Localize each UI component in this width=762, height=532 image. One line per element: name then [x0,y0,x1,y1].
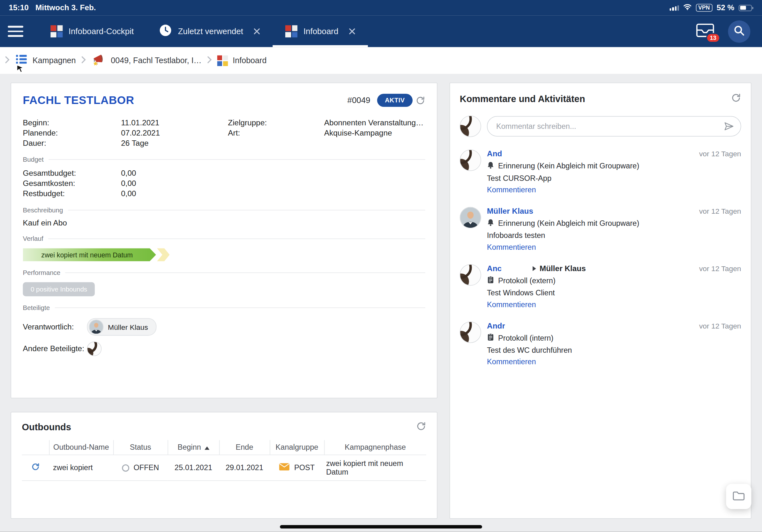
ipad-screen: 15:10 Mittwoch 3. Feb. VPN 52 % Infoboar… [0,0,762,532]
field-label: Beginn: [23,118,121,128]
column-header[interactable]: Ende [219,440,269,455]
triangle-right-icon [533,266,536,271]
breadcrumb-item-campaign[interactable]: 0049, Fachl Testlabor, I… [91,52,201,69]
tab-infoboard-cockpit[interactable]: Infoboard-Cockpit [38,16,146,47]
activity-feed: And vor 12 Tagen Erinnerung (Kein Abglei… [460,150,741,366]
phase-fragment [157,248,170,261]
app-navbar: Infoboard-Cockpit Zuletzt verwendet Info… [0,16,762,47]
outbound-phase-cell: zwei kopiert mit neuem Datum [324,455,426,481]
refresh-icon[interactable] [416,421,426,433]
section-performance: Performance [23,269,425,277]
breadcrumb-label: 0049, Fachl Testlabor, I… [111,56,202,65]
folder-icon [732,490,745,503]
notifications-button[interactable]: 13 [696,23,715,39]
author-link[interactable]: Andr [487,321,505,330]
app-logo-icon [286,25,298,37]
field-label: Zielgruppe: [228,118,324,128]
kommentieren-link[interactable]: Kommentieren [487,300,536,309]
outbounds-table: Outbound-Name Status Beginn Ende Kanalgr… [22,440,426,481]
field-label: Gesamtbudget: [23,168,121,178]
table-row[interactable]: zwei kopiert OFFEN 25.01.2021 29.01.2021 [22,455,426,481]
activity-text: Infoboards testen [487,231,741,240]
avatar[interactable] [87,342,102,356]
clock-time: 15:10 [9,4,29,12]
comments-title: Kommentare und Aktivitäten [460,94,585,104]
activity-type: Erinnerung (Kein Abgleich mit Groupware) [498,219,639,228]
avatar [460,115,481,137]
activity-text: Test des WC durchführen [487,346,741,354]
kommentieren-link[interactable]: Kommentieren [487,243,536,252]
activity-item: Müller Klaus vor 12 Tagen Erinnerung (Ke… [460,207,741,252]
close-tab-icon[interactable] [349,28,355,34]
field-label: Planende: [23,128,121,138]
column-header[interactable]: Outbound-Name [49,440,113,455]
kommentieren-link[interactable]: Kommentieren [487,358,536,366]
tab-bar: Infoboard-Cockpit Zuletzt verwendet Info… [38,16,368,47]
avatar [89,320,104,334]
author-link[interactable]: Müller Klaus [487,207,533,216]
chevron-right-icon [81,55,86,65]
kommentieren-link[interactable]: Kommentieren [487,186,536,194]
breadcrumb-label: Infoboard [233,56,267,65]
home-indicator[interactable] [280,525,482,528]
tab-infoboard[interactable]: Infoboard [273,16,368,47]
status-bar: 15:10 Mittwoch 3. Feb. VPN 52 % [0,0,762,16]
cellular-signal-icon [670,5,679,11]
main-content: FACHL TESTLABOR #0049 AKTIV Beginn: 11.0… [0,74,762,532]
refresh-icon[interactable] [416,96,425,105]
activity-text: Test Windows Client [487,289,741,297]
column-header-icon[interactable] [22,440,49,455]
field-value: 0,00 [121,188,425,199]
field-value: 11.01.2021 [121,118,228,128]
close-tab-icon[interactable] [254,28,261,34]
outbounds-title: Outbounds [22,422,71,433]
send-icon[interactable] [724,121,734,134]
campaign-fields: Beginn: 11.01.2021 Zielgruppe: Abonnente… [23,118,425,148]
sort-asc-icon [204,446,209,450]
person-name: Müller Klaus [108,323,148,331]
envelope-icon [279,463,290,472]
column-header-sorted[interactable]: Beginn [168,440,219,455]
comment-input[interactable] [487,116,741,137]
bell-icon [487,162,494,171]
timestamp: vor 12 Tagen [699,321,741,330]
activity-item: Andr vor 12 Tagen Protokoll (intern) Tes… [460,321,741,366]
vpn-badge: VPN [696,4,712,12]
avatar [460,264,481,286]
folder-button[interactable] [726,484,751,509]
breadcrumb-item-infoboard[interactable]: Infoboard [217,55,267,66]
section-beschreibung: Beschreibung [23,206,425,214]
field-value: Abonnenten Veranstaltung… [324,118,425,128]
wifi-icon [683,4,692,12]
menu-button[interactable] [0,16,31,47]
phase-arrow[interactable]: zwei kopiert mit neuem Datum [23,248,156,261]
column-header[interactable]: Kampagnenphase [324,440,426,455]
author-link[interactable]: And [487,150,502,158]
infoboard-icon [217,55,228,66]
field-value: 07.02.2021 [121,128,228,138]
chevron-right-icon [207,55,212,65]
timestamp: vor 12 Tagen [699,207,741,215]
avatar [460,150,481,171]
notification-count-badge: 13 [707,34,719,42]
avatar [460,321,481,343]
tab-label: Infoboard [303,27,338,36]
avatar [460,207,481,229]
search-button[interactable] [728,20,750,42]
battery-icon [739,4,752,11]
linked-person[interactable]: Müller Klaus [533,264,586,273]
outbound-name-cell: zwei kopiert [49,455,113,481]
field-label: Art: [228,128,324,138]
breadcrumb: Kampagnen 0049, Fachl Testlabor, I… Info [0,47,762,74]
author-link[interactable]: Anc [487,264,501,273]
field-value: 0,00 [121,178,425,188]
bell-icon [487,219,494,228]
activity-text: Test CURSOR-App [487,174,741,182]
refresh-icon[interactable] [731,93,741,105]
column-header[interactable]: Status [113,440,168,455]
budget-fields: Gesamtbudget: 0,00 Gesamtkosten: 0,00 Re… [23,168,425,199]
responsible-person-chip[interactable]: Müller Klaus [87,318,156,336]
column-header[interactable]: Kanalgruppe [269,440,324,455]
tab-zuletzt-verwendet[interactable]: Zuletzt verwendet [146,16,273,47]
status-date: Mittwoch 3. Feb. [36,4,96,12]
